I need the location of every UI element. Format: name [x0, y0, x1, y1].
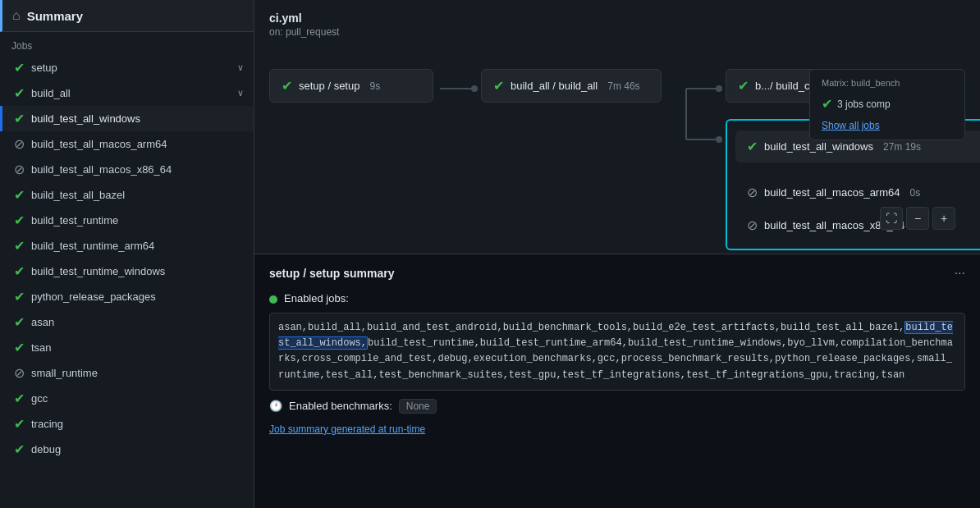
sidebar-item-small_runtime[interactable]: ⊘small_runtime — [0, 360, 254, 386]
benchmarks-label: Enabled benchmarks: — [289, 400, 392, 412]
graph-zoom-in-button[interactable]: + — [932, 207, 955, 230]
graph-node-setup[interactable]: ✔ setup / setup 9s — [269, 69, 433, 103]
job-summary-footer-link[interactable]: Job summary generated at run-time — [269, 423, 965, 435]
node-label-build-all: build_all / build_all — [511, 80, 598, 92]
status-icon-gcc: ✔ — [14, 391, 25, 406]
benchmarks-row: 🕐 Enabled benchmarks: None — [269, 399, 965, 414]
enabled-jobs-dot — [269, 295, 277, 304]
sidebar-summary-item[interactable]: ⌂ Summary — [0, 0, 254, 32]
sidebar-item-label-build_test_runtime_arm64: build_test_runtime_arm64 — [31, 240, 244, 252]
sidebar-item-label-python_release_packages: python_release_packages — [31, 291, 244, 303]
status-icon-python_release_packages: ✔ — [14, 289, 25, 304]
chevron-icon-setup: ∨ — [237, 62, 244, 73]
summary-section: setup / setup summary ··· Enabled jobs: … — [254, 254, 980, 508]
enabled-jobs-label: Enabled jobs: — [284, 292, 349, 304]
sidebar-item-build_test_all_macos_x86_64[interactable]: ⊘build_test_all_macos_x86_64 — [0, 157, 254, 182]
sidebar-item-python_release_packages[interactable]: ✔python_release_packages — [0, 284, 254, 309]
sidebar-item-label-build_all: build_all — [31, 87, 231, 99]
status-icon-build_all: ✔ — [14, 85, 25, 101]
sidebar-item-build_all[interactable]: ✔build_all∨ — [0, 80, 254, 106]
summary-title: setup / setup summary — [269, 267, 395, 280]
jobs-section-label: Jobs — [0, 32, 254, 55]
sidebar-summary-label: Summary — [27, 9, 83, 23]
status-icon-build_test_all_bazel: ✔ — [14, 187, 25, 203]
home-icon: ⌂ — [12, 8, 21, 23]
node-status-icon-macos-arm64: ⊘ — [747, 185, 758, 200]
graph-container: ✔ setup / setup 9s ✔ build_all / build_a… — [269, 49, 965, 238]
sidebar-item-label-tracing: tracing — [31, 418, 244, 430]
status-icon-build_test_all_macos_arm64: ⊘ — [14, 136, 25, 152]
sidebar-item-label-tsan: tsan — [31, 341, 244, 354]
sidebar-item-build_test_runtime[interactable]: ✔build_test_runtime — [0, 208, 254, 233]
sidebar-item-build_test_runtime_arm64[interactable]: ✔build_test_runtime_arm64 — [0, 233, 254, 259]
sidebar-item-label-build_test_all_windows: build_test_all_windows — [31, 112, 244, 125]
sidebar-item-label-build_test_runtime: build_test_runtime — [31, 214, 244, 227]
node-label-partial: b.../ build_c — [755, 80, 810, 92]
sidebar-item-label-build_test_all_bazel: build_test_all_bazel — [31, 189, 244, 201]
summary-header: setup / setup summary ··· — [269, 266, 965, 281]
sidebar-jobs-list: ✔setup∨✔build_all∨✔build_test_all_window… — [0, 55, 254, 462]
sidebar-item-tsan[interactable]: ✔tsan — [0, 335, 254, 360]
sidebar-item-label-asan: asan — [31, 316, 244, 328]
status-icon-build_test_runtime_windows: ✔ — [14, 263, 25, 279]
status-icon-setup: ✔ — [14, 60, 25, 76]
summary-more-options[interactable]: ··· — [955, 266, 965, 281]
status-icon-build_test_runtime: ✔ — [14, 213, 25, 228]
status-icon-tsan: ✔ — [14, 340, 25, 355]
node-status-icon-setup: ✔ — [282, 78, 292, 94]
sidebar-item-tracing[interactable]: ✔tracing — [0, 411, 254, 437]
sidebar-item-build_test_runtime_windows[interactable]: ✔build_test_runtime_windows — [0, 259, 254, 284]
matrix-title: Matrix: build_bench — [822, 78, 953, 88]
status-icon-build_test_all_windows: ✔ — [14, 111, 25, 126]
status-icon-build_test_runtime_arm64: ✔ — [14, 238, 25, 254]
status-icon-tracing: ✔ — [14, 416, 25, 432]
sidebar-item-asan[interactable]: ✔asan — [0, 309, 254, 335]
node-time-setup: 9s — [369, 80, 380, 92]
status-icon-build_test_all_macos_x86_64: ⊘ — [14, 162, 25, 177]
clock-icon: 🕐 — [269, 400, 282, 412]
jobs-text-block: asan,build_all,build_and_test_android,bu… — [269, 313, 965, 391]
sidebar-item-label-build_test_all_macos_x86_64: build_test_all_macos_x86_64 — [31, 163, 244, 176]
sidebar-item-label-small_runtime: small_runtime — [31, 367, 244, 379]
sidebar-item-build_test_all_macos_arm64[interactable]: ⊘build_test_all_macos_arm64 — [0, 131, 254, 157]
graph-zoom-out-button[interactable]: − — [906, 207, 929, 230]
sidebar-item-build_test_all_bazel[interactable]: ✔build_test_all_bazel — [0, 182, 254, 208]
sidebar-item-debug[interactable]: ✔debug — [0, 437, 254, 462]
sidebar-item-label-build_test_all_macos_arm64: build_test_all_macos_arm64 — [31, 138, 244, 150]
matrix-jobs-complete: ✔ 3 jobs comp — [822, 93, 953, 115]
sidebar-item-gcc[interactable]: ✔gcc — [0, 386, 254, 411]
main-content: ci.yml on: pull_request ✔ — [254, 0, 980, 508]
graph-controls: ⛶ − + — [880, 207, 955, 230]
matrix-node[interactable]: Matrix: build_bench ✔ 3 jobs comp Show a… — [809, 69, 965, 140]
node-status-icon-macos-x86: ⊘ — [747, 217, 758, 233]
node-label-selected: build_test_all_windows — [764, 140, 873, 153]
sidebar-item-setup[interactable]: ✔setup∨ — [0, 55, 254, 80]
chevron-icon-build_all: ∨ — [237, 88, 244, 98]
node-status-icon-partial: ✔ — [738, 78, 749, 94]
sidebar-item-label-gcc: gcc — [31, 392, 244, 405]
svg-point-3 — [716, 85, 722, 92]
matrix-jobs-label: 3 jobs comp — [837, 98, 891, 110]
graph-node-build-all[interactable]: ✔ build_all / build_all 7m 46s — [481, 69, 662, 103]
status-icon-small_runtime: ⊘ — [14, 365, 25, 381]
graph-expand-button[interactable]: ⛶ — [880, 207, 903, 230]
node-time-selected: 27m 19s — [883, 141, 921, 153]
graph-node-macos-arm64[interactable]: ⊘ build_test_all_macos_arm64 0s — [735, 176, 980, 208]
matrix-show-all-link[interactable]: Show all jobs — [822, 120, 880, 131]
workflow-graph-area: ci.yml on: pull_request ✔ — [254, 0, 980, 254]
benchmarks-none-badge: None — [399, 399, 437, 414]
node-status-icon-selected: ✔ — [747, 139, 758, 154]
sidebar-item-label-debug: debug — [31, 443, 244, 455]
enabled-jobs-row: Enabled jobs: — [269, 292, 965, 304]
sidebar-item-build_test_all_windows[interactable]: ✔build_test_all_windows — [0, 106, 254, 131]
status-icon-asan: ✔ — [14, 314, 25, 330]
sidebar: ⌂ Summary Jobs ✔setup∨✔build_all∨✔build_… — [0, 0, 254, 508]
workflow-trigger: on: pull_request — [269, 26, 965, 38]
node-time-macos-arm64: 0s — [909, 187, 920, 199]
node-label-setup: setup / setup — [299, 80, 359, 92]
node-time-build-all: 7m 46s — [607, 80, 639, 92]
status-icon-debug: ✔ — [14, 442, 25, 457]
workflow-title: ci.yml — [269, 11, 965, 25]
node-status-icon-build-all: ✔ — [493, 78, 504, 94]
sidebar-item-label-build_test_runtime_windows: build_test_runtime_windows — [31, 265, 244, 277]
